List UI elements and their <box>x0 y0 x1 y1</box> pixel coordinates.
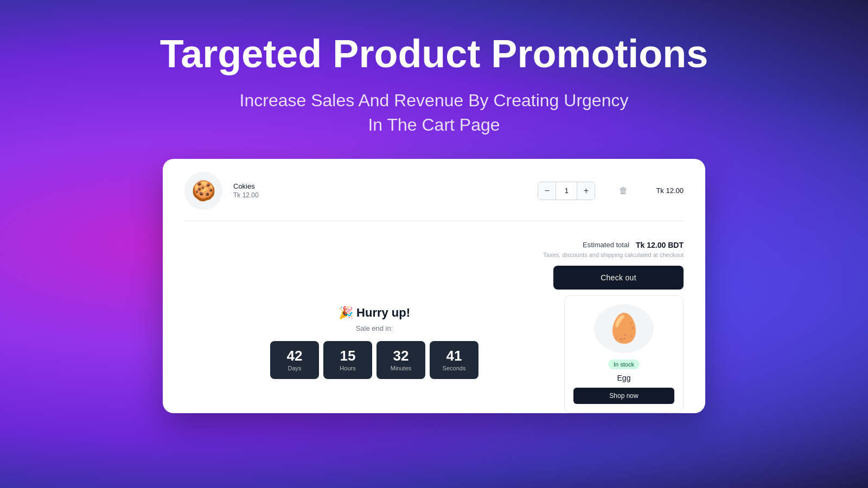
delete-item-button[interactable]: 🗑 <box>615 184 632 198</box>
product-image: 🍪 <box>184 172 222 210</box>
estimated-total-amount: Tk 12.00 BDT <box>636 241 684 249</box>
bottom-section: 🎉 Hurry up! Sale end in: 42 Days 15 Hour… <box>163 290 705 413</box>
promo-product-image: 🥚 <box>594 304 654 353</box>
timer-minutes-label: Minutes <box>391 365 412 371</box>
cart-section: 🍪 Cokies Tk 12.00 − 1 + 🗑 <box>163 159 705 232</box>
estimated-total-label: Estimated total <box>583 241 629 249</box>
timer-blocks: 42 Days 15 Hours 32 Minutes 41 Seconds <box>270 341 478 379</box>
sale-end-label: Sale end in: <box>356 324 393 332</box>
promo-product-card: 🥚 In stock Egg Shop now <box>564 295 684 413</box>
party-icon: 🎉 <box>339 306 353 319</box>
promo-product-wrapper: 🥚 In stock Egg Shop now <box>564 290 684 413</box>
checkout-button[interactable]: Check out <box>553 266 684 290</box>
in-stock-badge: In stock <box>608 359 640 369</box>
quantity-increase-button[interactable]: + <box>577 182 595 200</box>
timer-hours: 15 Hours <box>323 341 372 379</box>
product-price: Tk 12.00 <box>233 191 375 199</box>
hurry-title: 🎉 Hurry up! <box>339 306 410 320</box>
timer-minutes: 32 Minutes <box>376 341 425 379</box>
timer-days-label: Days <box>288 365 301 371</box>
product-info: Cokies Tk 12.00 <box>233 182 375 199</box>
estimated-total: Estimated total Tk 12.00 BDT <box>583 241 684 249</box>
quantity-value: 1 <box>556 182 577 200</box>
timer-days: 42 Days <box>270 341 319 379</box>
timer-hours-value: 15 <box>340 349 356 363</box>
page-title: Targeted Product Promotions <box>160 33 709 75</box>
product-name: Cokies <box>233 182 375 190</box>
promo-product-name: Egg <box>617 374 631 382</box>
timer-seconds-label: Seconds <box>443 365 466 371</box>
timer-seconds: 41 Seconds <box>430 341 478 379</box>
timer-days-value: 42 <box>287 349 303 363</box>
page-subtitle: Increase Sales And Revenue By Creating U… <box>240 88 629 137</box>
item-total: Tk 12.00 <box>656 187 684 195</box>
cart-item: 🍪 Cokies Tk 12.00 − 1 + 🗑 <box>184 172 684 221</box>
shop-now-button[interactable]: Shop now <box>573 388 674 404</box>
main-card: 🍪 Cokies Tk 12.00 − 1 + 🗑 <box>163 159 705 413</box>
quantity-decrease-button[interactable]: − <box>538 182 556 200</box>
trash-icon: 🗑 <box>619 186 628 195</box>
timer-hours-label: Hours <box>340 365 355 371</box>
tax-note: Taxes, discounts and shipping calculated… <box>543 252 684 258</box>
timer-minutes-value: 32 <box>393 349 409 363</box>
totals-section: Estimated total Tk 12.00 BDT Taxes, disc… <box>163 232 705 290</box>
timer-seconds-value: 41 <box>446 349 462 363</box>
quantity-controls: − 1 + <box>538 182 595 200</box>
countdown-section: 🎉 Hurry up! Sale end in: 42 Days 15 Hour… <box>184 290 564 390</box>
